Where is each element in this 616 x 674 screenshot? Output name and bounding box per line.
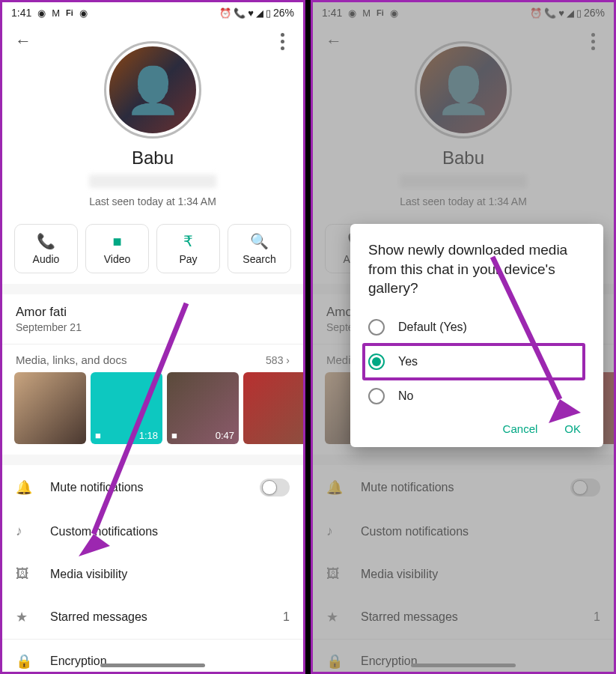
dialog-title: Show newly downloaded media from this ch… (368, 240, 585, 298)
media-visibility-row[interactable]: 🖼 Media visibility (2, 553, 303, 595)
last-seen-label: Last seen today at 1:34 AM (89, 195, 216, 207)
settings-list: 🔔 Mute notifications ♪ Custom notificati… (2, 465, 303, 674)
video-camera-icon: ■ (95, 430, 101, 441)
call-icon: 📞 (234, 7, 246, 19)
contact-avatar[interactable] (109, 46, 196, 133)
media-thumb-video[interactable]: ■0:47 (167, 372, 239, 444)
video-duration: 0:47 (216, 430, 234, 441)
media-thumb[interactable] (243, 372, 303, 444)
about-date: September 21 (16, 321, 290, 333)
media-header[interactable]: Media, links, and docs 583 › (2, 344, 303, 372)
search-icon: 🔍 (250, 232, 269, 250)
radio-label-no: No (398, 389, 413, 403)
star-icon: ★ (16, 609, 32, 625)
media-count: 583 › (266, 354, 290, 366)
wifi-icon: ♥ (248, 7, 254, 19)
pay-label: Pay (179, 253, 197, 265)
custom-notif-label: Custom notifications (50, 525, 290, 538)
media-visibility-label: Media visibility (50, 568, 290, 581)
video-camera-icon: ■ (171, 430, 177, 441)
more-options-button[interactable] (267, 26, 297, 56)
rupee-icon: ₹ (183, 232, 193, 250)
battery-pct: 26% (273, 7, 294, 19)
battery-icon: ▯ (266, 7, 271, 19)
music-note-icon: ♪ (16, 523, 32, 539)
dialog-actions: Cancel OK (368, 412, 585, 440)
about-text: Amor fati (16, 305, 290, 320)
media-thumb[interactable] (14, 372, 86, 444)
patreon-icon: ◉ (37, 7, 46, 19)
cancel-button[interactable]: Cancel (503, 422, 538, 435)
radio-option-default[interactable]: Default (Yes) (368, 312, 585, 343)
action-row: 📞 Audio ■ Video ₹ Pay 🔍 Search (2, 213, 303, 284)
signal-icon: ◢ (256, 7, 263, 19)
video-duration: 1:18 (139, 430, 158, 441)
alarm-icon: ⏰ (219, 7, 231, 19)
gmail-icon: M (52, 7, 60, 19)
mute-notifications-row[interactable]: 🔔 Mute notifications (2, 465, 303, 510)
encryption-row[interactable]: 🔒 Encryption (2, 639, 303, 674)
divider (2, 284, 303, 294)
navigation-gesture-bar (411, 664, 516, 667)
media-visibility-dialog: Show newly downloaded media from this ch… (350, 224, 603, 447)
starred-count: 1 (283, 610, 290, 624)
lock-icon: 🔒 (16, 653, 32, 670)
radio-option-yes[interactable]: Yes (362, 343, 585, 380)
about-section[interactable]: Amor fati September 21 (2, 294, 303, 344)
video-icon: ■ (112, 232, 121, 250)
audio-call-button[interactable]: 📞 Audio (14, 224, 78, 273)
starred-messages-row[interactable]: ★ Starred messages 1 (2, 595, 303, 639)
starred-label: Starred messages (50, 610, 265, 624)
video-label: Video (104, 253, 131, 265)
video-call-button[interactable]: ■ Video (85, 224, 149, 273)
search-button[interactable]: 🔍 Search (228, 224, 291, 273)
mute-label: Mute notifications (50, 481, 242, 494)
status-time: 1:41 (11, 7, 31, 19)
pay-button[interactable]: ₹ Pay (156, 224, 220, 273)
media-thumbnails: ■1:18 ■0:47 (2, 372, 303, 455)
audio-label: Audio (33, 253, 60, 265)
status-bar: 1:41 ◉ M Fi ◉ ⏰ 📞 ♥ ◢ ▯ 26% (2, 2, 303, 23)
bell-icon: 🔔 (16, 479, 32, 496)
back-button[interactable]: ← (8, 26, 38, 56)
screen-contact-info: 1:41 ◉ M Fi ◉ ⏰ 📞 ♥ ◢ ▯ 26% ← Babu Last … (0, 0, 305, 674)
phone-icon: 📞 (37, 232, 55, 250)
radio-label-yes: Yes (398, 355, 418, 368)
screen-media-visibility-dialog: 1:41 ◉ M Fi ◉ ⏰ 📞 ♥ ◢ ▯ 26% ← Babu Last … (311, 0, 616, 674)
contact-phone-blurred (89, 174, 216, 188)
custom-notifications-row[interactable]: ♪ Custom notifications (2, 510, 303, 553)
mute-toggle[interactable] (260, 479, 290, 497)
media-title: Media, links, and docs (16, 353, 126, 366)
search-label: Search (243, 253, 275, 265)
ok-button[interactable]: OK (564, 422, 581, 435)
avatar-ring (104, 41, 201, 139)
radio-option-no[interactable]: No (368, 380, 585, 412)
divider (2, 455, 303, 465)
media-thumb-video[interactable]: ■1:18 (91, 372, 162, 444)
contact-name: Babu (132, 148, 174, 168)
radio-icon-selected (368, 353, 385, 370)
image-icon: 🖼 (16, 566, 32, 582)
fi-icon: Fi (66, 8, 73, 17)
messenger-icon: ◉ (79, 7, 88, 19)
radio-icon (368, 319, 385, 336)
profile-section: Babu Last seen today at 1:34 AM (2, 59, 303, 213)
radio-label-default: Default (Yes) (398, 321, 467, 334)
navigation-gesture-bar (100, 664, 205, 667)
radio-icon (368, 388, 385, 404)
